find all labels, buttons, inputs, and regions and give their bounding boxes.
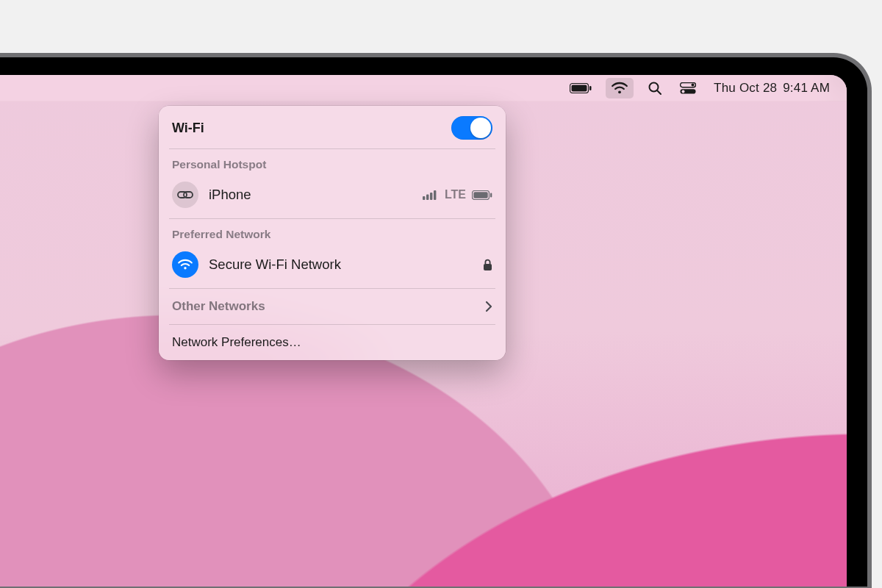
menu-bar: Thu Oct 28 9:41 AM — [0, 75, 847, 101]
hotspot-item-status: LTE — [423, 188, 492, 201]
wifi-title-row: Wi-Fi — [159, 109, 506, 147]
network-preferences-label: Network Preferences… — [172, 335, 301, 350]
other-networks-label: Other Networks — [172, 299, 265, 314]
battery-icon — [570, 83, 592, 93]
svg-rect-16 — [473, 192, 487, 198]
chevron-right-icon — [485, 301, 492, 312]
preferred-network-header: Preferred Network — [159, 220, 506, 245]
cellular-signal-icon — [423, 190, 439, 200]
preferred-network-trail — [483, 259, 492, 271]
network-preferences-row[interactable]: Network Preferences… — [159, 326, 506, 359]
hotspot-badge — [172, 182, 198, 208]
svg-point-8 — [682, 90, 685, 93]
menu-bar-time: 9:41 AM — [783, 81, 830, 96]
wifi-toggle-knob — [470, 118, 491, 138]
wifi-toggle[interactable] — [451, 116, 492, 140]
divider — [169, 148, 495, 149]
control-center-icon — [680, 82, 696, 94]
spotlight-menu-item[interactable] — [644, 75, 666, 101]
link-icon — [177, 190, 193, 200]
wifi-connected-badge — [172, 251, 198, 278]
desktop-screen: Thu Oct 28 9:41 AM Wi-Fi Personal Hotspo… — [0, 75, 847, 587]
svg-rect-2 — [589, 86, 592, 90]
divider — [169, 288, 495, 289]
wifi-menu-item[interactable] — [606, 78, 634, 98]
hotspot-signal-label: LTE — [445, 188, 466, 201]
other-networks-row[interactable]: Other Networks — [159, 290, 506, 323]
preferred-network-item[interactable]: Secure Wi-Fi Network — [159, 245, 506, 287]
svg-rect-1 — [572, 85, 587, 91]
svg-rect-13 — [430, 193, 432, 200]
preferred-network-label: Secure Wi-Fi Network — [209, 257, 341, 273]
personal-hotspot-header: Personal Hotspot — [159, 151, 506, 176]
svg-rect-11 — [423, 196, 425, 200]
menu-bar-clock[interactable]: Thu Oct 28 9:41 AM — [710, 75, 833, 101]
svg-rect-18 — [484, 264, 492, 270]
wifi-dropdown-panel: Wi-Fi Personal Hotspot iPhone — [159, 106, 506, 360]
svg-point-6 — [692, 83, 695, 86]
hotspot-item-iphone[interactable]: iPhone LTE — [159, 176, 506, 217]
wifi-icon — [177, 259, 193, 270]
battery-menu-item[interactable] — [566, 75, 595, 101]
svg-rect-17 — [490, 193, 492, 197]
svg-rect-12 — [426, 195, 429, 201]
wifi-title-label: Wi-Fi — [172, 121, 204, 136]
divider — [169, 324, 495, 325]
lock-icon — [483, 259, 492, 271]
wifi-icon — [611, 82, 628, 95]
svg-rect-14 — [434, 190, 436, 200]
divider — [169, 218, 495, 219]
control-center-menu-item[interactable] — [676, 75, 700, 101]
laptop-frame: Thu Oct 28 9:41 AM Wi-Fi Personal Hotspo… — [0, 57, 867, 587]
menu-bar-date: Thu Oct 28 — [714, 81, 777, 96]
svg-line-4 — [657, 90, 661, 94]
svg-rect-10 — [184, 192, 193, 198]
hotspot-item-label: iPhone — [209, 187, 251, 203]
battery-small-icon — [472, 190, 492, 200]
search-icon — [648, 81, 662, 96]
